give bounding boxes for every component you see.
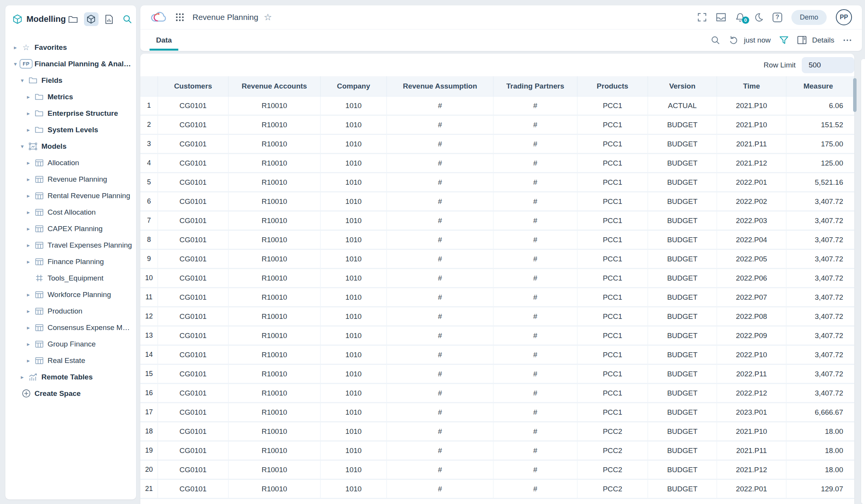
sidebar-item-workforce-planning[interactable]: ▸Workforce Planning	[5, 286, 136, 303]
table-cell[interactable]: CG0101	[158, 192, 229, 210]
table-cell[interactable]: 1010	[321, 365, 387, 383]
table-cell[interactable]: #	[493, 327, 577, 345]
table-cell[interactable]: #	[493, 135, 577, 153]
column-header-revenue-assumption[interactable]: Revenue Assumption	[387, 76, 493, 97]
table-cell[interactable]: 2021.P10	[717, 422, 786, 440]
table-cell[interactable]: PCC1	[577, 192, 648, 210]
table-cell[interactable]: #	[493, 97, 577, 115]
table-cell[interactable]: 1010	[321, 192, 387, 210]
sidebar-item-capex-planning[interactable]: ▸CAPEX Planning	[5, 220, 136, 237]
table-cell[interactable]: #	[387, 327, 493, 345]
row-number[interactable]: 4	[140, 154, 158, 172]
row-number[interactable]: 13	[140, 327, 158, 345]
table-cell[interactable]: PCC1	[577, 135, 648, 153]
table-cell[interactable]: #	[493, 212, 577, 230]
table-cell[interactable]: R10010	[229, 135, 321, 153]
sidebar-item-revenue-planning[interactable]: ▸Revenue Planning	[5, 171, 136, 187]
caret-right-icon[interactable]: ▸	[25, 176, 31, 183]
table-cell[interactable]: #	[493, 307, 577, 325]
caret-right-icon[interactable]: ▸	[25, 308, 31, 315]
caret-right-icon[interactable]: ▸	[19, 374, 25, 381]
column-header-rownum[interactable]	[140, 76, 158, 97]
table-cell[interactable]: 2021.P11	[717, 135, 786, 153]
table-cell[interactable]: #	[387, 154, 493, 172]
app-logo-cloud-icon[interactable]	[150, 11, 167, 24]
table-cell[interactable]: #	[493, 154, 577, 172]
row-number[interactable]: 9	[140, 250, 158, 268]
table-cell[interactable]: PCC1	[577, 403, 648, 421]
table-cell[interactable]: 1010	[321, 154, 387, 172]
table-cell[interactable]: 6,666.67	[786, 403, 854, 421]
column-header-time[interactable]: Time	[717, 76, 786, 97]
table-cell[interactable]: #	[387, 403, 493, 421]
bell-icon[interactable]: 0	[735, 12, 745, 22]
table-row[interactable]: 9CG0101R100101010##PCC1BUDGET2022.P053,4…	[140, 250, 854, 269]
table-cell[interactable]: #	[387, 192, 493, 210]
table-cell[interactable]: CG0101	[158, 288, 229, 306]
table-cell[interactable]: 18.00	[786, 422, 854, 440]
table-cell[interactable]: CG0101	[158, 422, 229, 440]
table-cell[interactable]: BUDGET	[648, 250, 717, 268]
table-cell[interactable]: #	[387, 461, 493, 479]
row-number[interactable]: 15	[140, 365, 158, 383]
sidebar-item-cost-allocation[interactable]: ▸Cost Allocation	[5, 204, 136, 220]
table-cell[interactable]: 6.06	[786, 97, 854, 115]
table-cell[interactable]: #	[493, 480, 577, 498]
table-row[interactable]: 21CG0101R100101010##PCC2BUDGET2022.P0112…	[140, 480, 854, 499]
table-cell[interactable]: #	[493, 365, 577, 383]
table-cell[interactable]: 2022.P03	[717, 212, 786, 230]
row-number[interactable]: 2	[140, 116, 158, 134]
table-cell[interactable]: BUDGET	[648, 135, 717, 153]
vertical-scrollbar[interactable]	[853, 78, 857, 112]
table-cell[interactable]: CG0101	[158, 212, 229, 230]
table-cell[interactable]: PCC1	[577, 250, 648, 268]
row-number[interactable]: 14	[140, 346, 158, 364]
sidebar-item-favorites[interactable]: ▸☆Favorites	[5, 39, 136, 56]
table-cell[interactable]: BUDGET	[648, 384, 717, 402]
table-cell[interactable]: BUDGET	[648, 327, 717, 345]
sidebar-item-models[interactable]: ▾Models	[5, 138, 136, 154]
table-cell[interactable]: 1010	[321, 173, 387, 191]
sidebar-item-production[interactable]: ▸Production	[5, 303, 136, 319]
row-number[interactable]: 18	[140, 422, 158, 440]
table-cell[interactable]: 2021.P10	[717, 116, 786, 134]
column-header-measure[interactable]: Measure	[786, 76, 854, 97]
table-cell[interactable]: 1010	[321, 307, 387, 325]
table-cell[interactable]: #	[493, 269, 577, 287]
table-cell[interactable]: #	[493, 116, 577, 134]
table-cell[interactable]: 3,407.72	[786, 269, 854, 287]
table-cell[interactable]: 1010	[321, 116, 387, 134]
table-cell[interactable]: #	[387, 384, 493, 402]
inbox-icon[interactable]	[716, 13, 726, 22]
row-number[interactable]: 16	[140, 384, 158, 402]
table-cell[interactable]: CG0101	[158, 365, 229, 383]
table-cell[interactable]: R10010	[229, 384, 321, 402]
table-cell[interactable]: #	[387, 288, 493, 306]
table-row[interactable]: 4CG0101R100101010##PCC1BUDGET2021.P12125…	[140, 154, 854, 173]
details-label[interactable]: Details	[812, 36, 834, 44]
table-cell[interactable]: #	[387, 422, 493, 440]
table-cell[interactable]: 2022.P05	[717, 250, 786, 268]
table-cell[interactable]: R10010	[229, 442, 321, 460]
table-cell[interactable]: BUDGET	[648, 192, 717, 210]
caret-right-icon[interactable]: ▸	[25, 324, 31, 331]
table-cell[interactable]: PCC2	[577, 422, 648, 440]
table-cell[interactable]: CG0101	[158, 116, 229, 134]
table-cell[interactable]: 3,407.72	[786, 192, 854, 210]
search-icon[interactable]	[711, 36, 720, 45]
table-row[interactable]: 18CG0101R100101010##PCC2BUDGET2021.P1018…	[140, 422, 854, 442]
table-cell[interactable]: #	[387, 269, 493, 287]
table-cell[interactable]: 3,407.72	[786, 288, 854, 306]
table-row[interactable]: 3CG0101R100101010##PCC1BUDGET2021.P11175…	[140, 135, 854, 154]
row-limit-input[interactable]	[802, 57, 854, 73]
details-panel-icon[interactable]	[797, 36, 807, 44]
table-cell[interactable]: CG0101	[158, 250, 229, 268]
table-cell[interactable]: CG0101	[158, 442, 229, 460]
table-cell[interactable]: R10010	[229, 403, 321, 421]
tab-data[interactable]: Data	[150, 30, 178, 51]
app-grid-icon[interactable]	[176, 13, 184, 21]
table-cell[interactable]: #	[387, 231, 493, 249]
table-cell[interactable]: 3,407.72	[786, 384, 854, 402]
table-cell[interactable]: PCC1	[577, 154, 648, 172]
table-cell[interactable]: 18.00	[786, 461, 854, 479]
